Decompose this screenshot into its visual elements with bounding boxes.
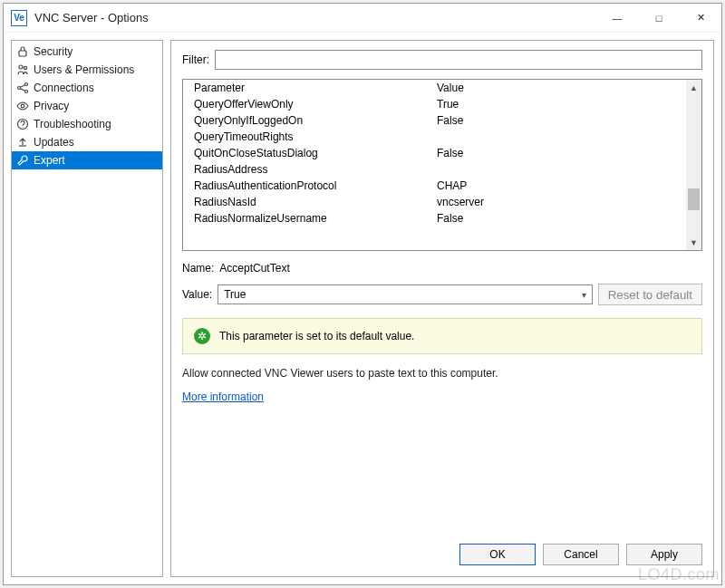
table-body: QueryOfferViewOnlyTrue QueryOnlyIfLogged… (183, 96, 701, 227)
options-window: Ve VNC Server - Options ― □ ✕ Security U… (3, 3, 722, 585)
sidebar-item-troubleshooting[interactable]: Troubleshooting (12, 115, 162, 133)
titlebar: Ve VNC Server - Options ― □ ✕ (4, 4, 721, 33)
sidebar-item-security[interactable]: Security (12, 43, 162, 61)
scroll-thumb[interactable] (688, 188, 700, 210)
table-row[interactable]: RadiusAddress (183, 161, 701, 178)
parameter-table[interactable]: Parameter Value QueryOfferViewOnlyTrue Q… (182, 79, 702, 251)
svg-point-5 (25, 91, 28, 93)
table-scrollbar[interactable]: ▲ ▼ (686, 80, 701, 250)
value-dropdown[interactable]: True ▾ (218, 284, 593, 304)
reset-to-default-button[interactable]: Reset to default (598, 284, 702, 305)
table-row[interactable]: RadiusAuthenticationProtocolCHAP (183, 178, 701, 194)
question-icon (15, 117, 30, 131)
svg-point-2 (24, 66, 26, 69)
category-sidebar: Security Users & Permissions Connections… (11, 40, 163, 577)
name-label: Name: (182, 262, 214, 275)
content-area: Security Users & Permissions Connections… (4, 33, 721, 584)
wrench-icon (15, 153, 30, 168)
svg-point-6 (21, 104, 24, 108)
apply-button[interactable]: Apply (626, 544, 702, 565)
banner-text: This parameter is set to its default val… (219, 330, 414, 342)
table-row[interactable]: RadiusNasIdvncserver (183, 194, 701, 210)
window-controls: ― □ ✕ (596, 5, 721, 32)
svg-rect-0 (19, 51, 26, 56)
connections-icon (15, 81, 30, 95)
eye-icon (15, 99, 30, 113)
info-banner: ✲ This parameter is set to its default v… (182, 318, 702, 354)
svg-point-4 (25, 83, 28, 86)
more-information-link[interactable]: More information (182, 390, 702, 403)
dialog-button-bar: OK Cancel Apply (459, 544, 702, 565)
filter-input[interactable] (215, 50, 702, 70)
sidebar-item-updates[interactable]: Updates (12, 133, 162, 151)
name-row: Name: AcceptCutText (182, 262, 702, 275)
users-icon (15, 63, 30, 77)
sidebar-item-label: Privacy (34, 100, 69, 112)
svg-point-3 (18, 87, 21, 90)
ok-button[interactable]: OK (459, 544, 536, 565)
header-parameter: Parameter (194, 82, 437, 94)
window-title: VNC Server - Options (34, 11, 596, 24)
sidebar-item-label: Connections (34, 82, 94, 94)
scroll-down-icon[interactable]: ▼ (686, 235, 701, 250)
gear-icon: ✲ (194, 328, 210, 344)
svg-point-8 (23, 127, 24, 128)
sidebar-item-users[interactable]: Users & Permissions (12, 61, 162, 79)
table-row[interactable]: RadiusNormalizeUsernameFalse (183, 210, 701, 227)
name-value: AcceptCutText (219, 262, 289, 275)
sidebar-item-privacy[interactable]: Privacy (12, 97, 162, 115)
cancel-button[interactable]: Cancel (543, 544, 619, 565)
sidebar-item-connections[interactable]: Connections (12, 79, 162, 97)
chevron-down-icon: ▾ (582, 290, 586, 300)
filter-row: Filter: (182, 50, 702, 70)
header-value: Value (437, 82, 694, 94)
upload-icon (15, 135, 30, 149)
sidebar-item-expert[interactable]: Expert (12, 151, 162, 169)
sidebar-item-label: Security (34, 45, 72, 58)
sidebar-item-label: Troubleshooting (34, 118, 111, 130)
value-label: Value: (182, 288, 212, 301)
table-row[interactable]: QueryOfferViewOnlyTrue (183, 96, 701, 112)
parameter-description: Allow connected VNC Viewer users to past… (182, 367, 702, 380)
sidebar-item-label: Updates (34, 136, 74, 149)
main-panel: Filter: Parameter Value QueryOfferViewOn… (170, 40, 714, 577)
lock-icon (15, 44, 30, 59)
table-row[interactable]: QueryTimeoutRights (183, 129, 701, 145)
maximize-button[interactable]: □ (638, 5, 680, 32)
scroll-up-icon[interactable]: ▲ (686, 80, 701, 95)
table-row[interactable]: QueryOnlyIfLoggedOnFalse (183, 112, 701, 129)
sidebar-item-label: Expert (34, 154, 65, 167)
app-icon: Ve (11, 10, 27, 26)
table-header: Parameter Value (183, 80, 701, 96)
minimize-button[interactable]: ― (596, 5, 638, 32)
value-row: Value: True ▾ Reset to default (182, 284, 702, 305)
filter-label: Filter: (182, 53, 209, 66)
table-row[interactable]: QuitOnCloseStatusDialogFalse (183, 145, 701, 161)
sidebar-item-label: Users & Permissions (34, 63, 134, 76)
svg-point-1 (19, 65, 23, 69)
value-selected: True (224, 288, 246, 301)
close-button[interactable]: ✕ (680, 5, 721, 32)
